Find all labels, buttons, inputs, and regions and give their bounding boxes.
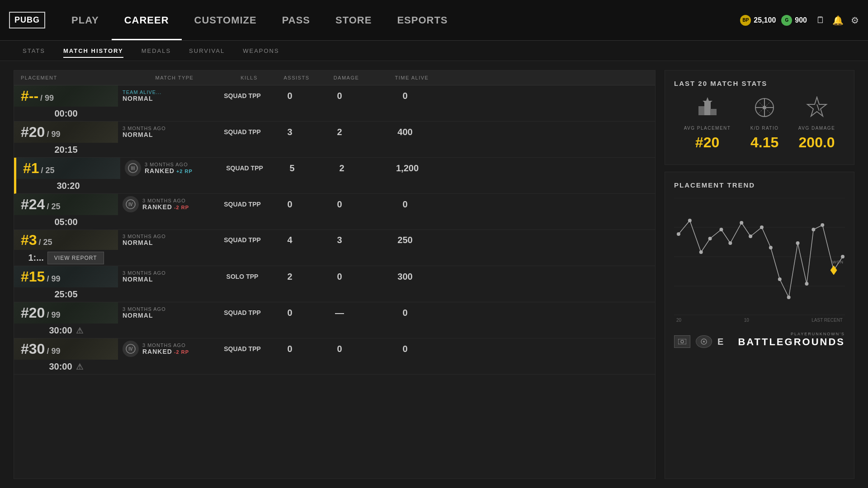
kd-ratio-stat: K/D RATIO 4.15	[750, 96, 779, 151]
match-type-display: SQUAD TPP	[217, 128, 267, 136]
kills-cell: 0	[267, 199, 312, 210]
bp-amount: 25,100	[754, 16, 776, 24]
time-alive-cell: 30:20	[16, 181, 120, 191]
avg-placement-stat: AVG PLACEMENT #20	[684, 96, 731, 151]
th-kills: KILLS	[224, 75, 274, 80]
table-row[interactable]: #20/ 993 MONTHS AGONORMALSQUAD TPP324002…	[14, 122, 655, 158]
time-alive-cell: 00:00	[14, 108, 118, 119]
kd-ratio-value: 4.15	[750, 134, 778, 151]
warning-icon: ⚠	[76, 326, 83, 336]
svg-point-24	[688, 219, 692, 222]
placement-number: #24	[21, 196, 45, 213]
inbox-icon[interactable]: 🗒	[816, 15, 825, 25]
nav-pass[interactable]: PASS	[269, 0, 323, 40]
svg-point-26	[708, 237, 712, 240]
match-type-display: SQUAD TPP	[217, 309, 267, 316]
table-row[interactable]: #1/ 25III3 MONTHS AGORANKED +2 RPSQUAD T…	[14, 158, 655, 194]
stats-card-title: LAST 20 MATCH STATS	[674, 80, 845, 87]
placement-text: #20/ 99	[14, 124, 67, 141]
match-table-container: PLACEMENT MATCH TYPE KILLS ASSISTS DAMAG…	[14, 70, 656, 479]
nav-customize[interactable]: CUSTOMIZE	[182, 0, 269, 40]
sub-nav-stats[interactable]: STATS	[23, 46, 45, 56]
time-ago: 3 MONTHS AGO	[142, 198, 189, 203]
table-row[interactable]: #24/ 25IV3 MONTHS AGORANKED -2 RPSQUAD T…	[14, 194, 655, 230]
bottom-icon-1[interactable]	[674, 335, 690, 348]
table-row[interactable]: #3/ 253 MONTHS AGONORMALSQUAD TPP432501:…	[14, 230, 655, 266]
th-assists: ASSISTS	[274, 75, 319, 80]
time-alive-cell: 20:15	[14, 145, 118, 155]
time-alive-cell: 30:00⚠	[14, 325, 118, 336]
match-mode: RANKED -2 RP	[142, 348, 189, 355]
kd-stat-icon	[753, 96, 776, 122]
top-nav: PUBG PLAY CAREER CUSTOMIZE PASS STORE ES…	[0, 0, 868, 41]
table-row[interactable]: #30/ 99IV3 MONTHS AGORANKED -2 RPSQUAD T…	[14, 338, 655, 375]
svg-point-33	[778, 277, 782, 281]
sub-nav-medals[interactable]: MEDALS	[142, 46, 171, 56]
sub-nav-match-history[interactable]: MATCH HISTORY	[63, 46, 123, 56]
right-panel: LAST 20 MATCH STATS AVG PLACEMENT #20	[665, 70, 854, 479]
svg-line-17	[817, 104, 819, 111]
assists-cell: 2	[312, 127, 367, 137]
svg-point-27	[719, 228, 723, 231]
g-currency: G 900	[781, 15, 807, 26]
bottom-brand-letter: E	[717, 337, 724, 347]
avg-damage-value: 200.0	[799, 134, 835, 151]
main-nav: PLAY CAREER CUSTOMIZE PASS STORE ESPORTS	[59, 0, 461, 40]
match-type-display: SQUAD TPP	[217, 201, 267, 208]
battlegrounds-logo: PLAYERUNKNOWN'S BATTLEGROUNDS	[738, 332, 845, 348]
time-ago: TEAM ALIVE...	[123, 89, 161, 95]
match-type-display: SOLO TPP	[217, 273, 267, 280]
top-right-area: BP 25,100 G 900 🗒 🔔 ⚙	[740, 15, 859, 26]
pubg-logo[interactable]: PUBG	[9, 12, 45, 28]
time-ago: 3 MONTHS AGO	[123, 306, 166, 312]
kills-cell: 5	[269, 163, 315, 174]
placement-total: / 25	[39, 238, 52, 247]
battlegrounds-text: BATTLEGROUNDS	[738, 336, 845, 348]
match-mode: NORMAL	[123, 131, 166, 138]
nav-store[interactable]: STORE	[323, 0, 384, 40]
svg-point-35	[796, 241, 800, 245]
svg-point-28	[728, 241, 732, 245]
nav-career[interactable]: CAREER	[112, 0, 182, 40]
bottom-icon-2[interactable]	[696, 335, 712, 348]
svg-marker-16	[807, 97, 826, 116]
svg-text:WON: WON	[832, 260, 844, 264]
th-time-alive: TIME ALIVE	[373, 75, 450, 80]
placement-number: #30	[21, 341, 45, 357]
notification-icon[interactable]: 🔔	[832, 15, 844, 26]
kills-cell: 2	[267, 272, 312, 282]
table-row[interactable]: #--/ 99TEAM ALIVE...NORMALSQUAD TPP00000…	[14, 85, 655, 122]
svg-point-45	[703, 341, 705, 343]
table-row[interactable]: #20/ 993 MONTHS AGONORMALSQUAD TPP0—030:…	[14, 302, 655, 338]
match-mode: RANKED +2 RP	[145, 167, 193, 174]
nav-play[interactable]: PLAY	[59, 0, 112, 40]
time-alive-cell: 1:...View Report	[14, 252, 118, 264]
avg-damage-label: AVG DAMAGE	[798, 126, 835, 131]
placement-cell: #24/ 25	[14, 194, 118, 215]
stats-card: LAST 20 MATCH STATS AVG PLACEMENT #20	[665, 70, 854, 165]
sub-nav-weapons[interactable]: WEAPONS	[243, 46, 279, 56]
svg-point-31	[760, 225, 764, 229]
placement-text: #24/ 25	[14, 196, 67, 213]
placement-cell: #--/ 99	[14, 85, 118, 107]
match-type-display: SQUAD TPP	[217, 236, 267, 244]
view-report-button[interactable]: View Report	[47, 252, 104, 264]
sub-nav-survival[interactable]: SURVIVAL	[189, 46, 225, 56]
match-type-cell: TEAM ALIVE...NORMAL	[118, 89, 217, 102]
bp-icon: BP	[740, 15, 751, 26]
avg-placement-label: AVG PLACEMENT	[684, 126, 731, 131]
ranked-badge: -2 RP	[172, 349, 189, 355]
th-placement: PLACEMENT	[21, 75, 125, 80]
damage-cell: 0	[367, 308, 443, 318]
nav-esports[interactable]: ESPORTS	[384, 0, 460, 40]
placement-number: #1	[23, 160, 39, 177]
trend-card: PLACEMENT TREND	[665, 172, 854, 479]
svg-point-36	[805, 282, 808, 286]
assists-cell: 0	[312, 199, 367, 210]
settings-icon[interactable]: ⚙	[851, 15, 859, 26]
match-type-cell: 3 MONTHS AGONORMAL	[118, 270, 217, 283]
table-row[interactable]: #15/ 993 MONTHS AGONORMALSOLO TPP2030025…	[14, 266, 655, 302]
match-mode: NORMAL	[123, 239, 166, 246]
svg-point-29	[740, 221, 743, 225]
trend-card-title: PLACEMENT TREND	[674, 181, 845, 189]
